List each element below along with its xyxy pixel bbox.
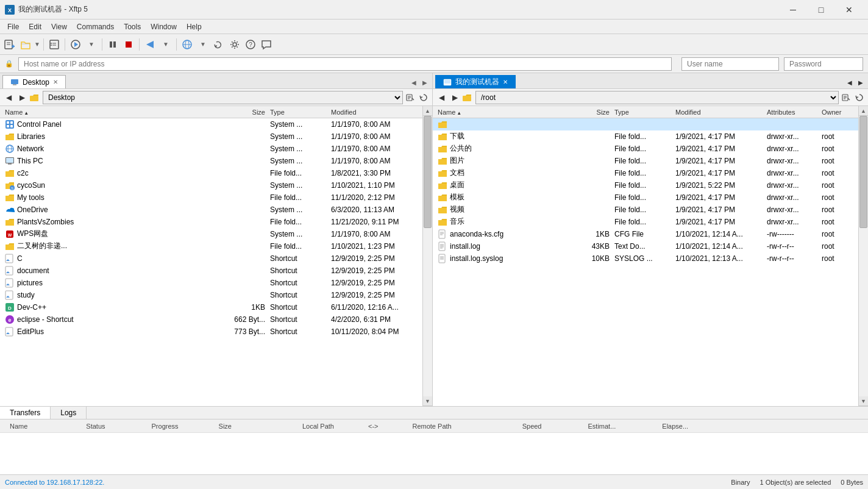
remote-col-size[interactable]: Size bbox=[563, 109, 612, 116]
maximize-button[interactable]: □ bbox=[807, 0, 835, 20]
remote-file-row[interactable] bbox=[433, 118, 858, 130]
menu-help[interactable]: Help bbox=[182, 21, 207, 32]
menu-window[interactable]: Window bbox=[146, 21, 182, 32]
password-input[interactable] bbox=[784, 57, 863, 71]
pause-btn[interactable] bbox=[105, 37, 120, 52]
remote-tab-close[interactable]: ✕ bbox=[503, 79, 508, 85]
remote-file-row[interactable]: 图片 File fold... 1/9/2021, 4:17 PM drwxr-… bbox=[433, 155, 858, 167]
local-scroll-down[interactable]: ▼ bbox=[423, 396, 432, 406]
settings-btn[interactable] bbox=[227, 37, 242, 52]
local-col-size[interactable]: Size bbox=[219, 109, 268, 116]
local-file-row[interactable]: D Dev-C++ 1KB Shortcut 6/11/2020, 12:16 … bbox=[0, 301, 422, 313]
remote-col-attrs[interactable]: Attributes bbox=[764, 109, 819, 116]
local-file-row[interactable]: 二叉树的非递... File fold... 1/10/2021, 1:23 P… bbox=[0, 240, 422, 252]
menu-tools[interactable]: Tools bbox=[119, 21, 146, 32]
local-file-row[interactable]: Network System ... 1/1/1970, 8:00 AM bbox=[0, 143, 422, 155]
local-path-folder-icon bbox=[29, 93, 39, 102]
local-forward-btn[interactable]: ▶ bbox=[16, 91, 28, 104]
remote-file-type: File fold... bbox=[612, 157, 673, 165]
tab-logs[interactable]: Logs bbox=[51, 407, 87, 419]
local-file-row[interactable]: e eclipse - Shortcut 662 Byt... Shortcut… bbox=[0, 313, 422, 326]
local-file-row[interactable]: c2c File fold... 1/8/2021, 3:30 PM bbox=[0, 167, 422, 179]
remote-col-owner[interactable]: Owner bbox=[819, 109, 856, 116]
remote-tab-nav-left[interactable]: ◀ bbox=[845, 77, 855, 87]
local-file-row[interactable]: study Shortcut 12/9/2019, 2:25 PM bbox=[0, 289, 422, 301]
local-file-row[interactable]: Libraries System ... 1/1/1970, 8:00 AM bbox=[0, 130, 422, 143]
transfer-btn[interactable] bbox=[68, 37, 83, 52]
remote-path-select[interactable]: /root bbox=[475, 91, 839, 104]
local-file-row[interactable]: W WPS网盘 System ... 1/1/1970, 8:00 AM bbox=[0, 228, 422, 240]
remote-file-row[interactable]: 桌面 File fold... 1/9/2021, 5:22 PM drwxr-… bbox=[433, 179, 858, 191]
remote-refresh-btn[interactable] bbox=[853, 91, 866, 104]
remote-tab-machine[interactable]: 我的测试机器 ✕ bbox=[435, 75, 516, 88]
local-tab-close[interactable]: ✕ bbox=[53, 79, 58, 85]
remote-tab-nav-right[interactable]: ▶ bbox=[856, 77, 866, 87]
remote-file-row[interactable]: 公共的 File fold... 1/9/2021, 4:17 PM drwxr… bbox=[433, 143, 858, 155]
local-file-row[interactable]: EditPlus 773 Byt... Shortcut 10/11/2020,… bbox=[0, 326, 422, 338]
sync-btn[interactable] bbox=[212, 37, 226, 52]
local-file-row[interactable]: S cycoSun System ... 1/10/2021, 1:10 PM bbox=[0, 179, 422, 191]
lock-icon: 🔒 bbox=[5, 60, 13, 68]
remote-file-row[interactable]: 下载 File fold... 1/9/2021, 4:17 PM drwxr-… bbox=[433, 130, 858, 143]
remote-file-row[interactable]: 模板 File fold... 1/9/2021, 4:17 PM drwxr-… bbox=[433, 191, 858, 204]
local-tab-desktop[interactable]: Desktop ✕ bbox=[2, 75, 66, 88]
chat-btn[interactable] bbox=[259, 37, 274, 52]
local-file-row[interactable]: C Shortcut 12/9/2019, 2:25 PM bbox=[0, 252, 422, 265]
menu-file[interactable]: File bbox=[2, 21, 24, 32]
remote-scroll-track[interactable] bbox=[859, 116, 868, 396]
remote-file-row[interactable]: 视频 File fold... 1/9/2021, 4:17 PM drwxr-… bbox=[433, 204, 858, 216]
svg-rect-24 bbox=[11, 79, 18, 84]
username-input[interactable] bbox=[681, 57, 779, 71]
remote-file-row[interactable]: 音乐 File fold... 1/9/2021, 4:17 PM drwxr-… bbox=[433, 216, 858, 228]
tab-nav-left[interactable]: ◀ bbox=[409, 77, 419, 87]
help-btn[interactable]: ? bbox=[243, 37, 258, 52]
local-col-modified[interactable]: Modified bbox=[329, 109, 420, 116]
local-file-row[interactable]: pictures Shortcut 12/9/2019, 2:25 PM bbox=[0, 277, 422, 289]
remote-file-row[interactable]: 文档 File fold... 1/9/2021, 4:17 PM drwxr-… bbox=[433, 167, 858, 179]
remote-col-modified[interactable]: Modified bbox=[673, 109, 764, 116]
file-modified: 12/9/2019, 2:25 PM bbox=[329, 279, 420, 287]
open-dropdown[interactable]: ▼ bbox=[34, 41, 40, 48]
remote-col-name[interactable]: Name▲ bbox=[435, 109, 563, 116]
menu-edit[interactable]: Edit bbox=[24, 21, 46, 32]
remote-file-row[interactable]: anaconda-ks.cfg 1KB CFG File 1/10/2021, … bbox=[433, 228, 858, 240]
local-file-row[interactable]: This PC System ... 1/1/1970, 8:00 AM bbox=[0, 155, 422, 167]
remote-col-type[interactable]: Type bbox=[612, 109, 673, 116]
local-back-btn[interactable]: ◀ bbox=[2, 91, 15, 104]
local-file-row[interactable]: My tools File fold... 11/1/2020, 2:12 PM bbox=[0, 191, 422, 204]
local-scroll-up[interactable]: ▲ bbox=[423, 106, 432, 116]
menu-commands[interactable]: Commands bbox=[72, 21, 119, 32]
remote-scroll-down[interactable]: ▼ bbox=[859, 396, 868, 406]
host-input[interactable] bbox=[18, 57, 672, 71]
remote-file-row[interactable]: install.log.syslog 10KB SYSLOG ... 1/10/… bbox=[433, 252, 858, 265]
tab-nav-right[interactable]: ▶ bbox=[420, 77, 430, 87]
local-refresh-btn[interactable] bbox=[418, 91, 430, 104]
internet-btn[interactable] bbox=[180, 37, 194, 52]
close-button[interactable]: ✕ bbox=[835, 0, 863, 20]
open-btn[interactable] bbox=[18, 37, 33, 52]
go-btn[interactable] bbox=[143, 37, 157, 52]
remote-back-btn[interactable]: ◀ bbox=[435, 91, 447, 104]
local-path-select[interactable]: Desktop bbox=[43, 91, 403, 104]
tab-transfers[interactable]: Transfers bbox=[0, 407, 51, 419]
remote-forward-btn[interactable]: ▶ bbox=[449, 91, 461, 104]
local-col-type[interactable]: Type bbox=[268, 109, 329, 116]
local-scroll-track[interactable] bbox=[423, 116, 432, 396]
remote-scroll-up[interactable]: ▲ bbox=[859, 106, 868, 116]
local-file-row[interactable]: PlantsVsZombies File fold... 11/21/2020,… bbox=[0, 216, 422, 228]
stop-btn[interactable] bbox=[121, 37, 136, 52]
minimize-button[interactable]: ─ bbox=[779, 0, 807, 20]
properties-btn[interactable] bbox=[47, 37, 62, 52]
new-session-btn[interactable] bbox=[2, 37, 17, 52]
local-col-name[interactable]: Name▲ bbox=[2, 109, 219, 116]
local-browse-btn[interactable] bbox=[404, 91, 416, 104]
menu-view[interactable]: View bbox=[46, 21, 72, 32]
local-file-row[interactable]: document Shortcut 12/9/2019, 2:25 PM bbox=[0, 265, 422, 277]
internet-dropdown[interactable]: ▼ bbox=[196, 37, 210, 52]
local-file-row[interactable]: OneDrive System ... 6/3/2020, 11:13 AM bbox=[0, 204, 422, 216]
remote-file-row[interactable]: install.log 43KB Text Do... 1/10/2021, 1… bbox=[433, 240, 858, 252]
local-file-row[interactable]: Control Panel System ... 1/1/1970, 8:00 … bbox=[0, 118, 422, 130]
transfer-dropdown[interactable]: ▼ bbox=[84, 37, 99, 52]
remote-browse-btn[interactable] bbox=[840, 91, 852, 104]
go-dropdown[interactable]: ▼ bbox=[158, 37, 173, 52]
